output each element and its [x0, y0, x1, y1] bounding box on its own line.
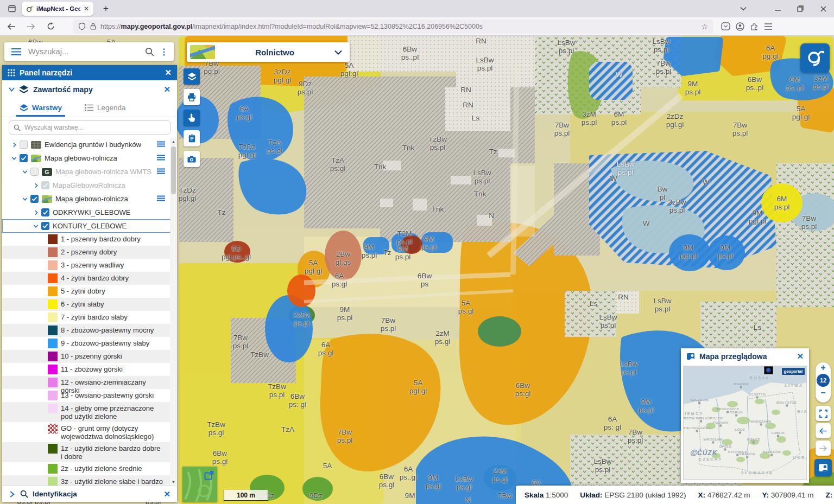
layer-menu-icon[interactable] — [157, 168, 165, 176]
layer-tree-row[interactable]: Ewidencja gruntów i budynków — [2, 138, 177, 151]
view-forward-button[interactable] — [816, 441, 831, 456]
map-content-section[interactable]: Zawartość mapy ✕ — [2, 80, 177, 99]
nav-forward-icon[interactable] — [23, 20, 39, 34]
identify-section[interactable]: Identyfikacja ✕ — [2, 486, 177, 502]
clipboard-icon — [188, 134, 195, 143]
layer-checkbox[interactable] — [41, 208, 49, 216]
nav-reload-icon[interactable] — [42, 20, 59, 34]
url-bar[interactable]: https://mapy.geoportal.gov.pl/imapnext/i… — [73, 20, 713, 34]
tool-panel-header[interactable]: Panel narzędzi ✕ — [2, 65, 177, 80]
layer-tree-row[interactable]: Mapa glebowo-rolnicza — [2, 192, 177, 206]
screenshot-tool-button[interactable] — [184, 151, 200, 167]
tree-expander-icon[interactable] — [20, 169, 30, 174]
extensions-puzzle-icon[interactable] — [750, 22, 759, 31]
map-search-bar[interactable]: Wyszukaj... ⋮ — [4, 42, 174, 61]
layer-checkbox[interactable] — [41, 181, 49, 189]
window-minimize-button[interactable] — [767, 1, 788, 16]
overview-city-label: TORUŃ — [730, 411, 743, 417]
scroll-down-icon[interactable]: ▼ — [170, 478, 177, 486]
shield-icon[interactable] — [78, 22, 86, 30]
layer-menu-icon[interactable] — [157, 154, 165, 162]
layer-menu-icon[interactable] — [157, 141, 165, 149]
map-content-close-icon[interactable]: ✕ — [163, 85, 170, 94]
overview-city-label: OPOLE — [719, 444, 731, 450]
nav-back-icon[interactable] — [3, 20, 20, 34]
tab-warstwy[interactable]: Warstwy — [14, 99, 67, 117]
legend-list: 1 - pszenny bardzo dobry 2 - pszenny dob… — [2, 233, 177, 486]
zoom-in-button[interactable]: + — [820, 362, 825, 373]
tree-expander-icon[interactable] — [9, 142, 20, 148]
soil-blob-darkred — [401, 235, 422, 254]
svg-text:G: G — [45, 169, 49, 175]
tab-close-icon[interactable]: ✕ — [84, 5, 89, 12]
layer-checkbox[interactable] — [20, 154, 28, 162]
identify-chevron-icon[interactable] — [10, 491, 15, 497]
tab-legenda[interactable]: Legenda — [79, 99, 131, 117]
layer-checkbox[interactable] — [30, 168, 39, 176]
account-icon[interactable] — [736, 22, 744, 31]
layer-tree-row[interactable]: KONTURY_GLEBOWE — [2, 219, 177, 233]
layer-tree-row[interactable]: G Mapa glebowo-rolnicza WMTS — [2, 165, 177, 178]
search-icon[interactable] — [145, 47, 154, 56]
section-chevron-icon[interactable] — [9, 87, 15, 92]
layer-tree-row[interactable]: Mapa glebowo-rolnicza — [2, 151, 177, 165]
overview-map-header[interactable]: Mapa przeglądowa ✕ — [681, 348, 809, 365]
window-restore-button[interactable] — [789, 1, 811, 16]
layer-search-input[interactable]: Wyszukaj warstwę... — [9, 120, 170, 135]
identify-close-icon[interactable]: ✕ — [163, 489, 170, 499]
geoportal-logo[interactable] — [800, 43, 830, 73]
view-back-button[interactable] — [816, 423, 831, 438]
firefox-view-icon[interactable] — [4, 2, 20, 15]
layers-tool-button[interactable] — [184, 68, 200, 85]
layer-checkbox[interactable] — [20, 141, 28, 149]
browser-tab[interactable]: iMapNext - Geoportal ✕ — [22, 2, 93, 16]
new-tab-button[interactable]: + — [99, 2, 113, 16]
tool-panel-close-icon[interactable]: ✕ — [165, 68, 172, 78]
terrain-preview-thumbnail[interactable] — [182, 467, 217, 502]
chevron-down-icon[interactable] — [334, 50, 342, 55]
fullscreen-button[interactable] — [816, 406, 831, 421]
layer-checkbox[interactable] — [30, 195, 39, 203]
window-close-button[interactable] — [812, 1, 834, 16]
overview-map-toggle-button[interactable] — [814, 459, 832, 476]
map-search-placeholder[interactable]: Wyszukaj... — [28, 47, 145, 56]
clipboard-tool-button[interactable] — [184, 130, 200, 146]
tree-expander-icon[interactable] — [9, 156, 20, 161]
overview-map-close-icon[interactable]: ✕ — [797, 352, 804, 361]
layer-tree-row[interactable]: MapaGlebowoRolnicza — [2, 178, 177, 192]
legend-swatch — [48, 391, 58, 400]
overview-header-icon — [686, 352, 695, 361]
overview-country-label: ROSJA — [750, 375, 770, 379]
back-arrow-icon — [819, 428, 827, 435]
open-external-icon[interactable] — [204, 470, 214, 480]
pocket-icon[interactable] — [721, 22, 730, 30]
layer-checkbox[interactable] — [41, 222, 49, 230]
tree-expander-icon[interactable] — [30, 210, 41, 215]
menu-burger-icon[interactable] — [11, 48, 22, 56]
overview-country-label: SŁOWACJA — [741, 470, 774, 474]
module-selector[interactable]: Rolnictwo — [187, 42, 350, 62]
search-options-kebab-icon[interactable]: ⋮ — [160, 47, 168, 57]
lock-icon[interactable] — [90, 23, 96, 30]
layer-menu-icon[interactable] — [157, 195, 165, 203]
tree-expander-icon[interactable] — [20, 196, 30, 201]
layer-label: MapaGlebowoRolnicza — [53, 181, 177, 189]
zoom-out-button[interactable]: − — [820, 387, 825, 398]
overview-map-canvas[interactable]: GDAŃSKOLSZTYNSZCZECINBIAŁYSTOKBYDGOSZCZT… — [683, 366, 807, 480]
bookmark-star-icon[interactable]: ☆ — [701, 22, 708, 31]
scroll-up-icon[interactable]: ▲ — [170, 138, 177, 145]
touch-pointer-icon — [188, 113, 195, 122]
tab-title: iMapNext - Geoportal — [36, 5, 80, 12]
select-tool-button[interactable] — [184, 110, 200, 126]
tab-list-chevron-icon[interactable] — [735, 2, 751, 16]
panel-scrollbar[interactable]: ▲ ▼ — [170, 138, 177, 486]
tree-expander-icon[interactable] — [30, 224, 41, 228]
layer-tree-row[interactable]: ODKRYWKI_GLEBOWE — [2, 206, 177, 219]
scrollbar-thumb[interactable] — [171, 146, 176, 194]
print-tool-button[interactable] — [184, 89, 200, 105]
overview-city-label: RZESZÓW — [763, 450, 781, 456]
browser-menu-icon[interactable] — [764, 23, 773, 30]
tree-expander-icon[interactable] — [30, 183, 41, 188]
tool-panel-title: Panel narzędzi — [20, 68, 165, 77]
overview-extent-marker[interactable] — [764, 366, 773, 374]
